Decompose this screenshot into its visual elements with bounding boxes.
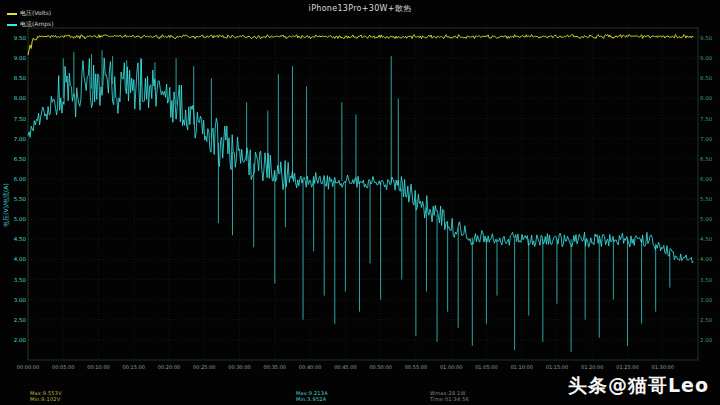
current-min-readout: Min:3.952A xyxy=(296,396,328,402)
misc-stats: Wmax:28.1W Time:01:34:56 xyxy=(430,390,469,402)
svg-text:6.50: 6.50 xyxy=(700,156,713,162)
y-axis-ticks-left: 9.509.008.508.007.507.006.506.005.505.00… xyxy=(14,35,27,343)
power-monitor-window: 9.509.008.508.007.507.006.506.005.505.00… xyxy=(0,0,720,405)
svg-text:2.50: 2.50 xyxy=(700,317,713,323)
x-axis-ticks: 00:00:0000:05:0000:10:0000:15:0000:20:00… xyxy=(17,364,674,370)
svg-text:01:30:00: 01:30:00 xyxy=(652,364,674,370)
svg-text:2.00: 2.00 xyxy=(700,337,713,343)
svg-text:00:15:00: 00:15:00 xyxy=(123,364,145,370)
svg-text:00:10:00: 00:10:00 xyxy=(87,364,109,370)
y-axis-ticks-right: 9.509.008.508.007.507.006.506.005.505.00… xyxy=(700,35,713,343)
svg-text:9.00: 9.00 xyxy=(14,55,27,61)
legend-item-current[interactable]: 电流(Amps) xyxy=(7,20,54,29)
legend-label-voltage: 电压(Volts) xyxy=(20,9,51,18)
svg-text:01:00:00: 01:00:00 xyxy=(440,364,462,370)
voltage-min-readout: Min:9.102V xyxy=(30,396,62,402)
watermark: 头条@猫哥Leo xyxy=(568,373,709,399)
svg-text:01:25:00: 01:25:00 xyxy=(616,364,638,370)
svg-text:9.50: 9.50 xyxy=(14,35,27,41)
voltage-stats: Max:9.553V Min:9.102V xyxy=(30,390,62,402)
chart-canvas[interactable]: 9.509.008.508.007.507.006.506.005.505.00… xyxy=(0,0,720,405)
legend-item-voltage[interactable]: 电压(Volts) xyxy=(7,9,54,18)
legend-label-current: 电流(Amps) xyxy=(20,20,54,29)
plot-border xyxy=(28,28,698,360)
svg-text:6.00: 6.00 xyxy=(14,176,27,182)
svg-text:8.50: 8.50 xyxy=(14,75,27,81)
svg-text:00:30:00: 00:30:00 xyxy=(228,364,250,370)
svg-text:8.00: 8.00 xyxy=(14,95,27,101)
svg-text:01:05:00: 01:05:00 xyxy=(475,364,497,370)
series-line-1 xyxy=(28,58,693,263)
svg-text:00:05:00: 00:05:00 xyxy=(52,364,74,370)
svg-text:2.50: 2.50 xyxy=(14,317,27,323)
svg-text:00:25:00: 00:25:00 xyxy=(193,364,215,370)
series-line-0 xyxy=(28,35,693,56)
svg-text:00:50:00: 00:50:00 xyxy=(369,364,391,370)
svg-text:2.00: 2.00 xyxy=(14,337,27,343)
svg-text:7.00: 7.00 xyxy=(14,136,27,142)
svg-text:9.00: 9.00 xyxy=(700,55,713,61)
current-stats: Max:9.213A Min:3.952A xyxy=(296,390,328,402)
svg-text:4.50: 4.50 xyxy=(14,236,27,242)
svg-text:7.00: 7.00 xyxy=(700,136,713,142)
svg-text:00:55:00: 00:55:00 xyxy=(405,364,427,370)
svg-text:5.00: 5.00 xyxy=(14,216,27,222)
svg-text:7.50: 7.50 xyxy=(14,116,27,122)
svg-text:5.50: 5.50 xyxy=(14,196,27,202)
svg-text:3.00: 3.00 xyxy=(14,297,27,303)
svg-text:4.00: 4.00 xyxy=(14,256,27,262)
elapsed-time-readout: Time:01:34:56 xyxy=(430,396,469,402)
grid xyxy=(28,28,698,360)
svg-text:4.00: 4.00 xyxy=(700,256,713,262)
svg-text:3.50: 3.50 xyxy=(14,277,27,283)
voltage-line-swatch xyxy=(7,13,17,15)
current-line-swatch xyxy=(7,24,17,26)
svg-text:4.50: 4.50 xyxy=(700,236,713,242)
svg-text:00:20:00: 00:20:00 xyxy=(158,364,180,370)
legend: 电压(Volts) 电流(Amps) xyxy=(7,9,54,29)
svg-text:00:00:00: 00:00:00 xyxy=(17,364,39,370)
chart-title: iPhone13Pro+30W+散热 xyxy=(0,3,720,14)
svg-text:3.50: 3.50 xyxy=(700,277,713,283)
svg-text:6.00: 6.00 xyxy=(700,176,713,182)
svg-text:5.00: 5.00 xyxy=(700,216,713,222)
svg-text:00:40:00: 00:40:00 xyxy=(299,364,321,370)
series-spikes-1 xyxy=(63,50,670,352)
svg-text:01:15:00: 01:15:00 xyxy=(546,364,568,370)
svg-text:6.50: 6.50 xyxy=(14,156,27,162)
svg-text:8.50: 8.50 xyxy=(700,75,713,81)
svg-text:9.50: 9.50 xyxy=(700,35,713,41)
svg-text:8.00: 8.00 xyxy=(700,95,713,101)
y-axis-label: 电压(V)/电流(A) xyxy=(2,183,10,227)
svg-text:3.00: 3.00 xyxy=(700,297,713,303)
svg-text:00:35:00: 00:35:00 xyxy=(264,364,286,370)
svg-text:00:45:00: 00:45:00 xyxy=(334,364,356,370)
svg-text:01:10:00: 01:10:00 xyxy=(510,364,532,370)
svg-text:7.50: 7.50 xyxy=(700,116,713,122)
svg-text:5.50: 5.50 xyxy=(700,196,713,202)
svg-text:01:20:00: 01:20:00 xyxy=(581,364,603,370)
